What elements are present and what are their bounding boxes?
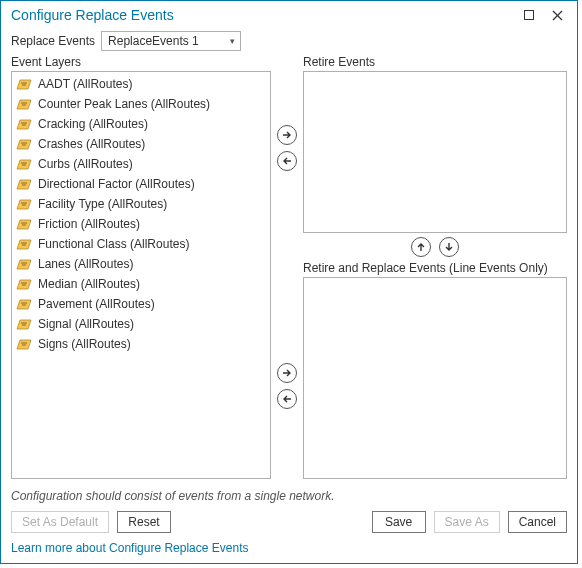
event-layer-label: Lanes (AllRoutes): [38, 257, 133, 271]
event-layers-column: Event Layers AADT (AllRoutes) Counter Pe…: [11, 55, 271, 479]
event-layer-label: Median (AllRoutes): [38, 277, 140, 291]
event-layer-label: Cracking (AllRoutes): [38, 117, 148, 131]
close-icon: [552, 10, 563, 21]
list-item[interactable]: AADT (AllRoutes): [12, 74, 270, 94]
event-layer-icon: [16, 177, 32, 191]
retire-replace-header: Retire and Replace Events (Line Events O…: [303, 261, 567, 277]
event-layer-label: Directional Factor (AllRoutes): [38, 177, 195, 191]
retire-events-header: Retire Events: [303, 55, 567, 71]
event-layer-label: AADT (AllRoutes): [38, 77, 132, 91]
save-as-button[interactable]: Save As: [434, 511, 500, 533]
event-layer-icon: [16, 277, 32, 291]
move-right-retire-button[interactable]: [277, 125, 297, 145]
event-layer-icon: [16, 97, 32, 111]
event-layer-icon: [16, 237, 32, 251]
button-row: Set As Default Reset Save Save As Cancel: [1, 507, 577, 541]
arrow-down-icon: [444, 242, 454, 252]
replace-events-label: Replace Events: [11, 34, 95, 48]
titlebar: Configure Replace Events: [1, 1, 577, 29]
event-layer-icon: [16, 197, 32, 211]
config-note: Configuration should consist of events f…: [1, 479, 577, 507]
event-layer-icon: [16, 337, 32, 351]
reset-button[interactable]: Reset: [117, 511, 171, 533]
move-up-button[interactable]: [411, 237, 431, 257]
list-item[interactable]: Lanes (AllRoutes): [12, 254, 270, 274]
event-layer-icon: [16, 297, 32, 311]
window-root: Configure Replace Events Replace Events …: [0, 0, 578, 564]
maximize-button[interactable]: [515, 4, 543, 26]
event-layer-icon: [16, 257, 32, 271]
event-layer-icon: [16, 117, 32, 131]
event-layer-label: Friction (AllRoutes): [38, 217, 140, 231]
window-title: Configure Replace Events: [11, 7, 515, 23]
arrow-right-icon: [282, 130, 292, 140]
replace-events-value: ReplaceEvents 1: [102, 34, 224, 48]
replace-events-combo[interactable]: ReplaceEvents 1 ▾: [101, 31, 241, 51]
replace-transfer-group: [277, 363, 297, 409]
arrow-right-icon: [282, 368, 292, 378]
set-default-button[interactable]: Set As Default: [11, 511, 109, 533]
event-layer-icon: [16, 137, 32, 151]
event-layer-icon: [16, 77, 32, 91]
event-layer-label: Pavement (AllRoutes): [38, 297, 155, 311]
list-item[interactable]: Signs (AllRoutes): [12, 334, 270, 354]
close-button[interactable]: [543, 4, 571, 26]
list-item[interactable]: Facility Type (AllRoutes): [12, 194, 270, 214]
list-item[interactable]: Crashes (AllRoutes): [12, 134, 270, 154]
right-column: Retire Events Retire and Replace Events …: [303, 55, 567, 479]
list-item[interactable]: Curbs (AllRoutes): [12, 154, 270, 174]
retire-transfer-group: [277, 125, 297, 171]
retire-events-list[interactable]: [303, 71, 567, 233]
learn-more-link[interactable]: Learn more about Configure Replace Event…: [1, 541, 577, 563]
retire-events-section: Retire Events: [303, 55, 567, 233]
maximize-icon: [524, 10, 534, 20]
arrow-left-icon: [282, 394, 292, 404]
move-left-replace-button[interactable]: [277, 389, 297, 409]
chevron-down-icon: ▾: [224, 36, 240, 46]
cancel-button[interactable]: Cancel: [508, 511, 567, 533]
retire-reorder-group: [303, 233, 567, 261]
list-item[interactable]: Pavement (AllRoutes): [12, 294, 270, 314]
event-layer-label: Signs (AllRoutes): [38, 337, 131, 351]
list-item[interactable]: Directional Factor (AllRoutes): [12, 174, 270, 194]
list-item[interactable]: Friction (AllRoutes): [12, 214, 270, 234]
retire-replace-list[interactable]: [303, 277, 567, 479]
list-item[interactable]: Median (AllRoutes): [12, 274, 270, 294]
transfer-buttons-column: [271, 55, 303, 479]
event-layers-list[interactable]: AADT (AllRoutes) Counter Peak Lanes (All…: [11, 71, 271, 479]
save-button[interactable]: Save: [372, 511, 426, 533]
arrow-left-icon: [282, 156, 292, 166]
body-grid: Event Layers AADT (AllRoutes) Counter Pe…: [1, 55, 577, 479]
arrow-up-icon: [416, 242, 426, 252]
event-layer-label: Curbs (AllRoutes): [38, 157, 133, 171]
list-item[interactable]: Functional Class (AllRoutes): [12, 234, 270, 254]
event-layer-label: Functional Class (AllRoutes): [38, 237, 189, 251]
svg-rect-0: [525, 11, 534, 20]
move-down-button[interactable]: [439, 237, 459, 257]
move-right-replace-button[interactable]: [277, 363, 297, 383]
event-layer-icon: [16, 317, 32, 331]
event-layer-icon: [16, 157, 32, 171]
event-layer-label: Counter Peak Lanes (AllRoutes): [38, 97, 210, 111]
event-layer-icon: [16, 217, 32, 231]
event-layer-label: Signal (AllRoutes): [38, 317, 134, 331]
retire-replace-section: Retire and Replace Events (Line Events O…: [303, 261, 567, 479]
list-item[interactable]: Cracking (AllRoutes): [12, 114, 270, 134]
list-item[interactable]: Signal (AllRoutes): [12, 314, 270, 334]
event-layer-label: Crashes (AllRoutes): [38, 137, 145, 151]
event-layer-label: Facility Type (AllRoutes): [38, 197, 167, 211]
replace-events-row: Replace Events ReplaceEvents 1 ▾: [1, 29, 577, 55]
list-item[interactable]: Counter Peak Lanes (AllRoutes): [12, 94, 270, 114]
event-layers-header: Event Layers: [11, 55, 271, 71]
move-left-retire-button[interactable]: [277, 151, 297, 171]
